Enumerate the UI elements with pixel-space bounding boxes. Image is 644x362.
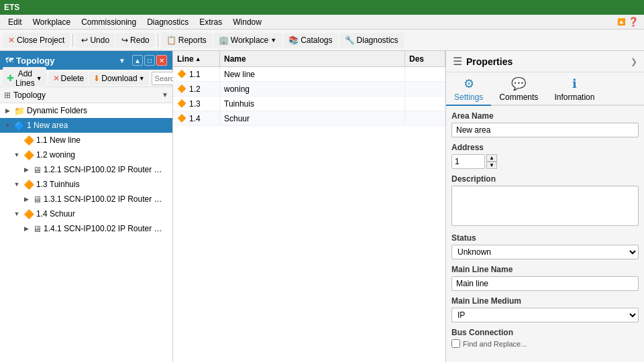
minimize-icon[interactable]: 🔼 bbox=[617, 18, 625, 25]
tab-comments[interactable]: 💬 Comments bbox=[491, 74, 546, 106]
topology-selector-label: Topology bbox=[13, 90, 162, 100]
menu-edit[interactable]: Edit bbox=[3, 16, 28, 28]
tree-toggle-1-3[interactable]: ▼ bbox=[12, 180, 21, 189]
close-project-button[interactable]: ✕ Close Project bbox=[3, 33, 70, 48]
tree-label-1-2-1: 1.2.1 SCN-IP100.02 IP Router with e... bbox=[44, 165, 164, 174]
prop-group-description: Description bbox=[451, 174, 639, 228]
tab-information[interactable]: ℹ Information bbox=[546, 74, 602, 106]
properties-expand-button[interactable]: ❯ bbox=[631, 57, 637, 66]
tree-item-new-area[interactable]: ▼ 🔷 1 New area bbox=[0, 118, 172, 133]
menu-window[interactable]: Window bbox=[227, 16, 267, 28]
cell-desc-1-2 bbox=[405, 82, 445, 96]
topology-close-button[interactable]: ✕ bbox=[156, 55, 167, 66]
topology-selector[interactable]: ⊞ Topology ▼ bbox=[0, 87, 172, 103]
tree-toggle-1-4-1[interactable]: ▶ bbox=[21, 224, 31, 233]
download-dropdown-icon: ▼ bbox=[139, 75, 145, 82]
diagnostics-icon: 🔧 bbox=[345, 36, 355, 45]
table-row[interactable]: 🔶 1.4 Schuur bbox=[173, 111, 445, 126]
download-icon: ⬇ bbox=[93, 74, 100, 83]
address-label: Address bbox=[451, 143, 639, 152]
reports-icon: 📋 bbox=[166, 36, 176, 45]
tree-toggle-1-2[interactable]: ▼ bbox=[12, 150, 21, 160]
cell-name-1-4: Schuur bbox=[220, 111, 405, 125]
cell-desc-1-3 bbox=[405, 97, 445, 111]
tree-icon-1-3: 🔶 bbox=[23, 180, 34, 190]
find-replace-checkbox[interactable] bbox=[451, 339, 460, 348]
workplace-icon: 🏢 bbox=[219, 36, 229, 45]
row-icon-1-3: 🔶 bbox=[177, 99, 186, 108]
tree-item-1-2[interactable]: ▼ 🔶 1.2 woning bbox=[0, 147, 172, 162]
tree-item-dynamic-folders[interactable]: ▶ 📁 Dynamic Folders bbox=[0, 103, 172, 118]
tree-toggle-1-2-1[interactable]: ▶ bbox=[21, 165, 31, 174]
prop-group-status: Status Unknown Active Inactive bbox=[451, 233, 639, 259]
topology-restore-button[interactable]: □ bbox=[144, 55, 155, 66]
menu-diagnostics[interactable]: Diagnostics bbox=[142, 16, 194, 28]
diagnostics-toolbar-button[interactable]: 🔧 Diagnostics bbox=[339, 33, 404, 48]
main-line-name-label: Main Line Name bbox=[451, 265, 639, 274]
menu-extras[interactable]: Extras bbox=[194, 16, 227, 28]
toolbar: ✕ Close Project ↩ Undo ↪ Redo 📋 Reports … bbox=[0, 29, 644, 51]
description-textarea[interactable] bbox=[451, 186, 639, 226]
tree-item-1-4[interactable]: ▼ 🔶 1.4 Schuur bbox=[0, 206, 172, 221]
menu-workplace[interactable]: Workplace bbox=[28, 16, 76, 28]
tree-icon-dynamic-folders: 📁 bbox=[14, 106, 25, 116]
delete-button[interactable]: ✕ Delete bbox=[49, 72, 89, 85]
tree-icon-1-2: 🔶 bbox=[23, 150, 34, 160]
bus-connection-row: Find and Replace... bbox=[451, 339, 639, 348]
topology-header-buttons: ▲ □ ✕ bbox=[132, 55, 167, 66]
add-lines-icon: ✚ bbox=[7, 73, 14, 83]
prop-group-area-name: Area Name bbox=[451, 111, 639, 137]
cell-name-1-2: woning bbox=[220, 82, 405, 96]
help-icon[interactable]: ❓ bbox=[628, 17, 639, 27]
tree-item-1-4-1[interactable]: ▶ 🖥 1.4.1 SCN-IP100.02 IP Router with e.… bbox=[0, 221, 172, 236]
prop-group-bus-connection: Bus Connection Find and Replace... bbox=[451, 328, 639, 348]
add-lines-button[interactable]: ✚ Add Lines ▼ bbox=[3, 67, 46, 90]
tree-icon-1-3-1: 🖥 bbox=[33, 194, 42, 204]
download-button[interactable]: ⬇ Download ▼ bbox=[89, 72, 148, 85]
tab-settings[interactable]: ⚙ Settings bbox=[446, 74, 491, 106]
comments-tab-label: Comments bbox=[499, 93, 538, 102]
table-row[interactable]: 🔶 1.2 woning bbox=[173, 82, 445, 97]
area-name-label: Area Name bbox=[451, 111, 639, 121]
row-icon-1-4: 🔶 bbox=[177, 114, 186, 123]
area-name-input[interactable] bbox=[451, 123, 639, 137]
tree-toggle-new-area[interactable]: ▼ bbox=[3, 121, 12, 130]
menu-commissioning[interactable]: Commissioning bbox=[76, 16, 142, 28]
status-select[interactable]: Unknown Active Inactive bbox=[451, 245, 639, 259]
topology-collapse-button[interactable]: ▲ bbox=[132, 55, 143, 66]
tree-item-1-1[interactable]: ▶ 🔶 1.1 New line bbox=[0, 133, 172, 147]
table-row[interactable]: 🔶 1.3 Tuinhuis bbox=[173, 97, 445, 111]
topology-dropdown-icon[interactable]: ▼ bbox=[119, 57, 125, 64]
undo-icon: ↩ bbox=[81, 36, 88, 45]
tree-label-new-area: 1 New area bbox=[27, 121, 68, 130]
tree-item-1-3-1[interactable]: ▶ 🖥 1.3.1 SCN-IP100.02 IP Router with e.… bbox=[0, 192, 172, 206]
tree-item-1-2-1[interactable]: ▶ 🖥 1.2.1 SCN-IP100.02 IP Router with e.… bbox=[0, 162, 172, 177]
tree-item-1-3[interactable]: ▼ 🔶 1.3 Tuinhuis bbox=[0, 177, 172, 192]
menu-bar: Edit Workplace Commissioning Diagnostics… bbox=[0, 15, 644, 29]
col-header-name: Name bbox=[220, 51, 405, 66]
workplace-button[interactable]: 🏢 Workplace ▼ bbox=[213, 33, 282, 48]
address-spin-up[interactable]: ▲ bbox=[486, 154, 497, 162]
comments-tab-icon: 💬 bbox=[511, 76, 526, 91]
cell-desc-1-4 bbox=[405, 111, 445, 125]
tree-label-1-3-1: 1.3.1 SCN-IP100.02 IP Router with e... bbox=[44, 194, 164, 204]
properties-title: Properties bbox=[466, 56, 631, 67]
tree-toggle-1-4[interactable]: ▼ bbox=[12, 209, 21, 219]
tree-toggle-dynamic-folders[interactable]: ▶ bbox=[3, 106, 12, 115]
cell-name-1-3: Tuinhuis bbox=[220, 97, 405, 111]
cell-line-1-3: 🔶 1.3 bbox=[173, 97, 220, 111]
undo-button[interactable]: ↩ Undo bbox=[76, 33, 115, 48]
reports-button[interactable]: 📋 Reports bbox=[161, 33, 212, 48]
address-spin-down[interactable]: ▼ bbox=[486, 162, 497, 169]
row-icon-1-2: 🔶 bbox=[177, 84, 186, 93]
main-line-medium-select[interactable]: IP TP RF bbox=[451, 308, 639, 322]
table-row[interactable]: 🔶 1.1 New line bbox=[173, 67, 445, 82]
redo-button[interactable]: ↪ Redo bbox=[116, 33, 155, 48]
tree-toggle-1-3-1[interactable]: ▶ bbox=[21, 194, 31, 204]
catalogs-button[interactable]: 📚 Catalogs bbox=[283, 33, 337, 48]
tree-label-1-1: 1.1 New line bbox=[36, 135, 80, 145]
main-line-name-input[interactable] bbox=[451, 276, 639, 291]
address-input[interactable] bbox=[451, 154, 485, 169]
topology-selector-arrow: ▼ bbox=[162, 91, 168, 99]
close-project-icon: ✕ bbox=[8, 36, 15, 45]
